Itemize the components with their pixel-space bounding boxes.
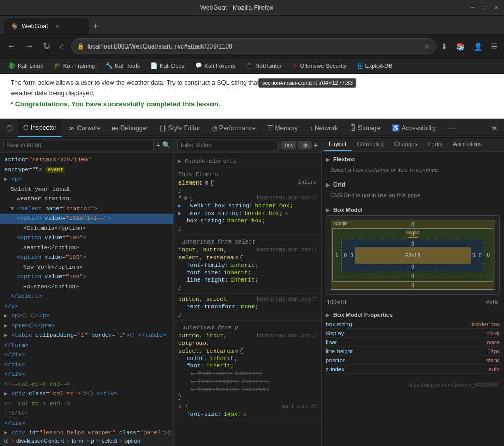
html-search-input[interactable] bbox=[3, 140, 154, 150]
rule-button-input-optgroup: button, input, bootstrap.min.css:7 optgr… bbox=[178, 332, 317, 401]
inner-padding: 0 3 92×18 bbox=[348, 240, 477, 270]
layout-tab-computed[interactable]: Computed bbox=[352, 138, 389, 151]
bookmarks-icon[interactable]: 📚 bbox=[454, 40, 467, 53]
expand-arrow-icon[interactable]: ▶ bbox=[178, 202, 181, 209]
rule-close-brace: } bbox=[178, 225, 317, 232]
tab-debugger[interactable]: ⏭ Debugger bbox=[106, 119, 153, 137]
downloads-icon[interactable]: ⬇ bbox=[439, 40, 450, 53]
tab-inspector[interactable]: ⬡ Inspector bbox=[18, 119, 62, 137]
bookmark-kali-docs[interactable]: 📄 Kali Docs bbox=[146, 61, 188, 71]
bookmark-exploit-db[interactable]: 🗄 Exploit-DB bbox=[353, 61, 397, 71]
bmp-value: static bbox=[486, 357, 500, 363]
style-selector: button, input, bbox=[178, 333, 227, 339]
breadcrumb-item[interactable]: div#lessonContent bbox=[16, 438, 64, 444]
optgroup-line: optgroup, bbox=[178, 340, 317, 347]
devtools-cursor-tab[interactable]: ⬡ bbox=[2, 119, 17, 137]
browser-tab[interactable]: 🐐 WebGoat × bbox=[4, 18, 89, 34]
prop-name: text-transform: bbox=[178, 304, 239, 310]
bookmark-star-icon[interactable]: ☆ bbox=[424, 42, 430, 50]
devtools-more-button[interactable]: ⋯ bbox=[444, 122, 460, 134]
gear-icon[interactable]: ⚙ bbox=[205, 179, 208, 186]
back-button[interactable]: ← bbox=[4, 40, 19, 53]
breadcrumb-item[interactable]: el bbox=[4, 438, 9, 444]
add-style-button[interactable]: + bbox=[314, 141, 318, 149]
bookmark-kali-linux[interactable]: 🐉 Kali Linux bbox=[4, 61, 47, 71]
grid-label: Grid bbox=[333, 181, 345, 188]
tab-performance[interactable]: ◔ Performance bbox=[207, 119, 261, 137]
flexbox-header[interactable]: ▶ Flexbox bbox=[326, 156, 500, 162]
html-tree-line[interactable]: <option value="101or1=1--"> bbox=[0, 214, 173, 224]
prop-name: font-size: bbox=[178, 269, 221, 276]
bookmark-nethunter[interactable]: 📱 NetHunter bbox=[241, 61, 286, 71]
bookmark-kali-training[interactable]: 🎓 Kali Training bbox=[50, 61, 100, 71]
home-button[interactable]: ⌂ bbox=[56, 40, 68, 53]
tab-close-button[interactable]: × bbox=[55, 23, 59, 30]
inner-border: border 0 0 0 bbox=[341, 230, 485, 280]
breadcrumb-item[interactable]: option bbox=[124, 438, 140, 444]
gear-icon2[interactable]: ⚙ bbox=[235, 347, 239, 354]
bmp-line-height: line-height 18px bbox=[326, 347, 500, 356]
devtools-close-button[interactable]: ✕ bbox=[487, 122, 502, 134]
pseudo-elements-header[interactable]: ▶ Pseudo-elements bbox=[178, 157, 317, 166]
breadcrumb-item[interactable]: select bbox=[102, 438, 117, 444]
rule-source: bootstrap.min.css:7 bbox=[257, 297, 317, 303]
border-label: border bbox=[406, 229, 420, 235]
box-size-row: 100×18 static bbox=[326, 297, 500, 307]
box-model-properties-header[interactable]: ▶ Box Model Properties bbox=[326, 312, 500, 318]
flexbox-message: Select a Flex container or item to conti… bbox=[326, 164, 500, 175]
tab-network[interactable]: ↕ Network bbox=[304, 119, 343, 137]
gear-icon[interactable]: ⚙ bbox=[235, 254, 239, 261]
add-node-button[interactable]: + bbox=[156, 141, 160, 149]
rule-source: bootstrap.min.css:7 bbox=[257, 333, 317, 339]
rule-element: element ⚙ { inline } bbox=[178, 179, 317, 194]
breadcrumb-item[interactable]: form bbox=[72, 438, 83, 444]
layout-tab-animations[interactable]: Animations bbox=[448, 138, 487, 151]
tab-style-editor[interactable]: { } Style Editor bbox=[154, 119, 206, 137]
gear-icon[interactable]: ⚙ bbox=[184, 195, 188, 201]
tab-console[interactable]: ≫ Console bbox=[63, 119, 105, 137]
grid-header[interactable]: ▶ Grid bbox=[326, 181, 500, 188]
moz-box-sizing-line: ▶ -moz-box-sizing: border-box; ⚠ bbox=[178, 209, 317, 217]
box-model-label: Box Model bbox=[333, 207, 363, 213]
html-tree-line: <!--col-md-4 end--> bbox=[0, 399, 173, 409]
prop-value-strike: inherit; bbox=[235, 371, 263, 377]
account-icon[interactable]: 👤 bbox=[471, 40, 484, 53]
tab-accessibility[interactable]: ♿ Accessibility bbox=[386, 119, 441, 137]
styles-filter-input[interactable] bbox=[177, 140, 279, 150]
bmp-name: line-height bbox=[326, 348, 353, 354]
layout-tab-fonts[interactable]: Fonts bbox=[423, 138, 448, 151]
prop-name: font-family: bbox=[178, 262, 228, 268]
rule-source: bootstrap.min.css:7 bbox=[257, 247, 317, 253]
style-selector: input, button, bbox=[178, 247, 227, 253]
minimize-button[interactable]: ─ bbox=[469, 4, 477, 12]
layout-tab-layout[interactable]: Layout bbox=[324, 138, 352, 151]
new-tab-button[interactable]: + bbox=[89, 21, 103, 32]
expand-arrow-icon[interactable]: ▶ bbox=[178, 210, 181, 217]
p-selector: p { bbox=[178, 403, 189, 410]
reload-button[interactable]: ↻ bbox=[40, 39, 53, 53]
layout-tab-changes[interactable]: Changes bbox=[389, 138, 423, 151]
tab-memory[interactable]: ☰ Memory bbox=[262, 119, 303, 137]
breadcrumb-item[interactable]: p bbox=[91, 438, 94, 444]
box-sizing-line: box-sizing: border-box; bbox=[178, 217, 317, 225]
search-icon[interactable]: 🔍 bbox=[162, 141, 170, 149]
cls-toggle[interactable]: .cls bbox=[298, 141, 312, 149]
bookmark-offensive-security[interactable]: ⚔ Offensive Security bbox=[288, 61, 351, 71]
flexbox-label: Flexbox bbox=[333, 156, 355, 162]
bookmark-kali-forums[interactable]: 💬 Kali Forums bbox=[191, 61, 240, 71]
margin-left-value: 0 bbox=[334, 230, 341, 280]
tab-storage[interactable]: 🗄 Storage bbox=[344, 119, 385, 137]
forward-button[interactable]: → bbox=[22, 40, 37, 53]
menu-icon[interactable]: ☰ bbox=[489, 40, 500, 53]
box-model-header[interactable]: ▶ Box Model bbox=[326, 207, 500, 213]
maximize-button[interactable]: □ bbox=[481, 4, 488, 12]
html-tree: action="#attack/309/1100"enctype=""> eve… bbox=[0, 153, 173, 435]
hov-toggle[interactable]: :hov bbox=[281, 141, 296, 149]
p-source: main.css:33 bbox=[282, 404, 317, 410]
box-model-toggle-icon: ▶ bbox=[326, 207, 330, 213]
address-field[interactable]: 🔒 localhost:8080/WebGoat/start.mvc#attac… bbox=[71, 38, 436, 54]
close-button[interactable]: ✕ bbox=[492, 4, 500, 12]
devtools: ⬡ ⬡ Inspector ≫ Console ⏭ Debugger { } S… bbox=[0, 119, 504, 446]
bookmark-kali-tools[interactable]: 🔧 Kali Tools bbox=[101, 61, 144, 71]
webkit-box-sizing-line: ▶ -webkit-box-sizing: border-box; bbox=[178, 202, 317, 209]
